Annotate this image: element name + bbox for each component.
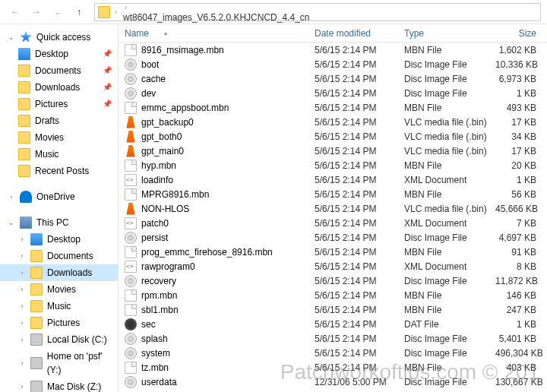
file-icon [125, 362, 137, 374]
file-icon [125, 160, 137, 172]
file-type: XML Document [398, 261, 489, 272]
sidebar-item-label: Pictures [35, 97, 68, 111]
file-row[interactable]: sec5/6/15 2:14 PMDAT File1 KB [119, 317, 547, 331]
file-row[interactable]: rawprogram05/6/15 2:14 PMXML Document8 K… [119, 259, 547, 273]
file-row[interactable]: gpt_backup05/6/15 2:14 PMVLC media file … [119, 115, 547, 129]
folder-icon [18, 148, 30, 160]
file-date: 5/6/15 2:14 PM [308, 117, 398, 128]
column-size[interactable]: Size [489, 28, 542, 39]
file-row[interactable]: cache5/6/15 2:14 PMDisc Image File6,973 … [119, 71, 547, 86]
file-name: recovery [141, 276, 176, 286]
back-button[interactable]: ← [6, 3, 24, 21]
file-size: 7 KB [489, 218, 542, 229]
column-type[interactable]: Type [398, 28, 489, 39]
file-row[interactable]: MPRG8916.mbn5/6/15 2:14 PMMBN File56 KB [119, 187, 547, 201]
file-row[interactable]: patch05/6/15 2:14 PMXML Document7 KB [119, 216, 547, 230]
file-row[interactable]: gpt_both05/6/15 2:14 PMVLC media file (.… [119, 129, 547, 144]
sidebar-item[interactable]: ›Music [0, 298, 118, 315]
folder-icon [30, 267, 43, 279]
file-row[interactable]: userdata12/31/06 5:00 PMDisc Image File1… [119, 375, 547, 389]
file-icon [125, 275, 137, 287]
file-icon [125, 188, 137, 201]
sidebar-item[interactable]: Pictures📌 [0, 96, 118, 112]
sidebar-item[interactable]: Drafts [0, 112, 118, 129]
file-name: gpt_main0 [141, 146, 184, 156]
file-name: persist [141, 232, 168, 243]
file-date: 5/6/15 2:14 PM [308, 232, 398, 243]
chevron-right-icon[interactable]: › [122, 4, 130, 11]
file-row[interactable]: prog_emmc_firehose_8916.mbn5/6/15 2:14 P… [119, 245, 547, 259]
chevron-right-icon[interactable]: › [112, 8, 120, 16]
file-date: 5/6/15 2:14 PM [308, 261, 398, 272]
up-button[interactable]: ↑ [70, 3, 88, 21]
sidebar-item[interactable]: Music [0, 146, 118, 163]
sidebar-item-label: Local Disk (C:) [47, 333, 107, 346]
sidebar-item[interactable]: ›Documents [0, 248, 118, 264]
file-row[interactable]: system5/6/15 2:14 PMDisc Image File496,3… [119, 346, 547, 360]
file-row[interactable]: recovery5/6/15 2:14 PMDisc Image File11,… [119, 273, 547, 288]
file-date: 5/6/15 2:14 PM [308, 348, 398, 359]
sidebar-item[interactable]: ›Pictures [0, 315, 118, 331]
sidebar-item[interactable]: ›Mac Disk (Z:) [0, 378, 118, 392]
breadcrumb-item[interactable]: Downloads [122, 0, 311, 2]
column-headers: Name▴ Date modified Type Size [119, 24, 547, 43]
file-name: rawprogram0 [141, 261, 195, 272]
address-bar[interactable]: › This PC›Downloads›wt86047_images_V6.5.… [94, 3, 541, 21]
file-row[interactable]: tz.mbn5/6/15 2:14 PMMBN File403 KB [119, 360, 547, 375]
file-size: 1,602 KB [489, 45, 542, 55]
breadcrumb-item[interactable]: wt86047_images_V6.5.2.0.KHJCNCD_4.4_cn [122, 12, 311, 23]
file-row[interactable]: dev5/6/15 2:14 PMDisc Image File1 KB [119, 86, 547, 100]
file-date: 5/6/15 2:14 PM [308, 247, 398, 258]
sidebar-item[interactable]: ›Movies [0, 281, 118, 298]
file-icon [125, 333, 137, 345]
file-row[interactable]: 8916_msimage.mbn5/6/15 2:14 PMMBN File1,… [119, 43, 547, 57]
file-icon [125, 203, 137, 215]
file-type: MBN File [398, 160, 489, 171]
onedrive[interactable]: › OneDrive [0, 188, 118, 205]
chevron-right-icon: › [18, 266, 26, 280]
sidebar-item[interactable]: Desktop📌 [0, 46, 118, 62]
file-row[interactable]: hyp.mbn5/6/15 2:14 PMMBN File20 KB [119, 158, 547, 172]
this-pc[interactable]: ⌄ This PC [0, 214, 118, 231]
column-name[interactable]: Name▴ [119, 28, 308, 39]
file-row[interactable]: rpm.mbn5/6/15 2:14 PMMBN File146 KB [119, 288, 547, 302]
file-name: emmc_appsboot.mbn [141, 103, 229, 113]
quick-access[interactable]: ⌄ Quick access [0, 29, 118, 46]
file-icon [125, 87, 137, 100]
sidebar-item[interactable]: ›Local Disk (C:) [0, 331, 118, 348]
file-row[interactable]: gpt_main05/6/15 2:14 PMVLC media file (.… [119, 144, 547, 158]
sidebar-item[interactable]: Recent Posts [0, 163, 118, 179]
file-name: rpm.mbn [141, 290, 177, 301]
file-row[interactable]: loadinfo5/6/15 2:14 PMXML Document1 KB [119, 172, 547, 187]
sidebar-item[interactable]: Downloads📌 [0, 79, 118, 96]
file-icon [125, 145, 137, 157]
file-row[interactable]: persist5/6/15 2:14 PMDisc Image File4,69… [119, 230, 547, 245]
chevron-right-icon: › [18, 380, 26, 392]
file-size: 11,872 KB [489, 276, 542, 286]
pin-icon: 📌 [103, 81, 112, 94]
file-row[interactable]: boot5/6/15 2:14 PMDisc Image File10,336 … [119, 57, 547, 71]
file-name: MPRG8916.mbn [141, 189, 209, 200]
file-icon [125, 131, 137, 143]
sidebar-item[interactable]: ›Desktop [0, 231, 118, 248]
sidebar-item[interactable]: ›Home on 'psf' (Y:) [0, 348, 118, 378]
file-size: 5,401 KB [489, 334, 542, 344]
sidebar-item-label: Mac Disk (Z:) [47, 380, 101, 392]
file-size: 34 KB [489, 131, 542, 142]
file-size: 247 KB [489, 305, 542, 315]
column-date[interactable]: Date modified [308, 28, 398, 39]
sidebar-item[interactable]: ›Downloads [0, 264, 118, 281]
file-size: 130,667 KB [489, 377, 542, 387]
file-row[interactable]: splash5/6/15 2:14 PMDisc Image File5,401… [119, 331, 547, 346]
file-name: boot [141, 59, 159, 70]
file-row[interactable]: sbl1.mbn5/6/15 2:14 PMMBN File247 KB [119, 302, 547, 317]
file-row[interactable]: NON-HLOS5/6/15 2:14 PMVLC media file (.b… [119, 201, 547, 216]
sidebar-item[interactable]: Movies [0, 129, 118, 146]
forward-button[interactable]: → [27, 3, 46, 21]
file-type: MBN File [398, 45, 489, 55]
sidebar-item[interactable]: Documents📌 [0, 62, 118, 79]
folder-icon [18, 48, 30, 60]
file-icon [125, 289, 137, 302]
recent-dropdown[interactable]: ⌄ [49, 3, 67, 21]
file-row[interactable]: emmc_appsboot.mbn5/6/15 2:14 PMMBN File4… [119, 100, 547, 115]
